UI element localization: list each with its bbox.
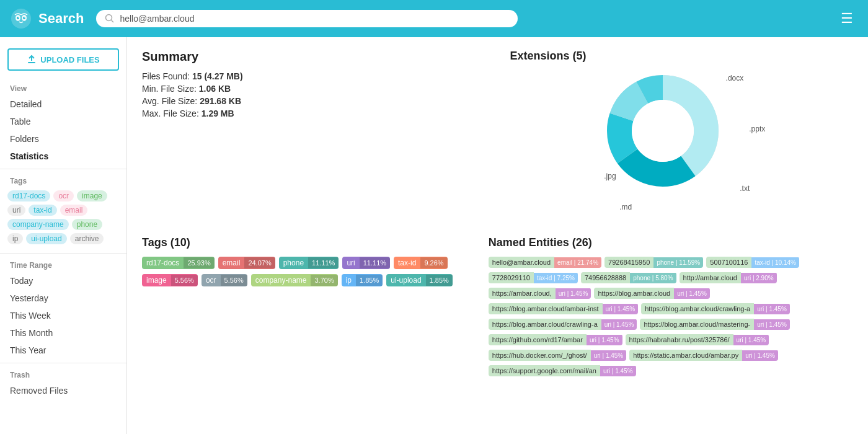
tag-item-company-name: company-name 3.70% [251,274,338,286]
tag-item-tax-id: tax-id 9.26% [394,257,448,269]
sidebar-tag-uri[interactable]: uri [7,205,25,216]
entity-type: uri | 1.45% [601,319,637,330]
tag-name: rd17-docs [142,257,184,269]
sidebar-item-this-month[interactable]: This Month [0,324,126,342]
tag-percent: 1.85% [356,275,383,286]
sidebar-tag-email[interactable]: email [60,205,88,216]
avg-size-value: 291.68 KB [200,96,241,106]
sidebar-tag-tax-id[interactable]: tax-id [29,205,56,216]
sidebar-item-table[interactable]: Table [0,113,126,130]
entity-item-14: https://habrahabr.ru/post/325786/ uri | … [626,334,769,345]
entity-item-1: hello@ambar.cloud email | 21.74% [489,257,601,268]
tag-item-uri: uri 11.11% [342,257,390,269]
tag-name: company-name [251,274,311,286]
donut-chart-container: .docx .pptx .txt .md .jpg [601,69,762,218]
ext-label-txt: .txt [740,184,750,193]
entity-name: https://blog.ambar.cloud/crawling-a [489,319,601,330]
entities-list: hello@ambar.cloud email | 21.74% 7926841… [489,257,853,378]
tags-list: rd17-docs 25.93% email 24.07% phone 11.1… [142,257,474,288]
entity-type: uri | 1.45% [556,288,591,299]
summary-title: Summary [142,50,485,64]
search-bar[interactable] [96,10,518,27]
content-area: Summary Files Found: 15 (4.27 MB) Min. F… [127,37,868,434]
files-found-value: 15 (4.27 MB) [192,71,243,81]
entity-item-12: https://blog.ambar.cloud/mastering- uri … [640,319,789,330]
sidebar-tag-archive[interactable]: archive [70,233,104,244]
entity-type: uri | 1.45% [603,304,639,314]
tag-name: ui-upload [386,274,425,286]
tag-name: email [218,257,245,269]
svg-point-0 [11,9,31,29]
app-logo: Search [10,7,84,30]
time-range-label: Time Range [0,257,126,272]
sidebar-item-this-week[interactable]: This Week [0,307,126,324]
sidebar-tag-company-name[interactable]: company-name [7,219,69,230]
sidebar-tag-ip[interactable]: ip [7,233,23,244]
entity-type: uri | 1.45% [591,350,627,361]
entity-name: 7728029110 [489,272,534,283]
entity-item-16: https://static.ambar.cloud/ambar.py uri … [629,350,778,361]
tag-name: ip [342,274,356,286]
tag-item-ip: ip 1.85% [342,274,383,286]
tag-percent: 11.11% [360,257,390,268]
min-size-prefix: Min. File Size: [142,84,197,94]
sidebar-item-folders[interactable]: Folders [0,130,126,148]
entity-name: 5007100116 [706,257,751,268]
tag-name: uri [342,257,359,269]
sidebar-item-statistics[interactable]: Statistics [0,148,126,165]
summary-avg-size: Avg. File Size: 291.68 KB [142,96,485,106]
entity-type: uri | 1.45% [742,350,778,361]
entity-name: https://blog.ambar.cloud/mastering- [640,319,754,330]
menu-icon[interactable]: ☰ [836,8,858,29]
sidebar-item-this-year[interactable]: This Year [0,342,126,359]
files-found-prefix: Files Found: [142,71,190,81]
tag-percent: 5.56% [221,275,247,286]
entity-name: 74956628888 [581,272,630,283]
tag-name: phone [279,257,308,269]
upload-icon [27,55,37,64]
tag-item-rd17-docs: rd17-docs 25.93% [142,257,215,269]
sidebar-item-yesterday[interactable]: Yesterday [0,290,126,307]
entity-name: https://github.com/rd17/ambar [489,334,587,345]
sidebar-item-removed-files[interactable]: Removed Files [0,382,126,399]
summary-min-size: Min. File Size: 1.06 KB [142,84,485,94]
extensions-title: Extensions (5) [510,50,854,63]
search-input[interactable] [120,14,509,24]
donut-chart-svg [601,69,725,193]
entity-type: tax-id | 7.25% [534,273,578,283]
entity-type: uri | 2.90% [741,273,777,283]
sidebar-tag-phone[interactable]: phone [72,219,102,230]
sidebar-tag-image[interactable]: image [77,190,107,202]
upload-files-button[interactable]: UPLOAD FILES [7,48,119,71]
svg-rect-9 [28,62,35,63]
entity-type: uri | 1.45% [754,304,790,314]
sidebar-tag-ui-upload[interactable]: ui-upload [26,233,66,244]
entity-type: tax-id | 10.14% [751,257,799,268]
entity-type: uri | 1.45% [600,366,636,376]
svg-point-6 [24,17,25,17]
extensions-section: Extensions (5) .docx .pptx .txt .md .jpg [510,50,854,218]
tags-section-title: Tags (10) [142,236,474,249]
entity-item-17: https://support.google.com/mail/an uri |… [489,365,636,376]
sidebar-tags-list: rd17-docs ocr image uri tax-id email com… [0,188,126,249]
tag-item-email: email 24.07% [218,257,275,269]
content-inner: Summary Files Found: 15 (4.27 MB) Min. F… [127,37,868,434]
sidebar-item-detailed[interactable]: Detailed [0,95,126,113]
entity-name: https://blog.ambar.cloud [594,288,674,299]
max-size-value: 1.29 MB [202,108,234,118]
entity-type: email | 21.74% [554,257,601,268]
ext-label-md: .md [619,203,632,211]
entities-title: Named Entities (26) [489,236,853,249]
svg-point-7 [106,15,112,21]
sidebar-tag-ocr[interactable]: ocr [53,190,74,202]
entity-name: hello@ambar.cloud [489,257,554,268]
tag-percent: 24.07% [244,257,275,268]
search-icon [105,14,115,24]
tag-percent: 1.85% [426,275,453,286]
sidebar-item-today[interactable]: Today [0,272,126,290]
sidebar-tag-rd17-docs[interactable]: rd17-docs [7,190,50,202]
entity-item-2: 79268415950 phone | 11.59% [604,257,703,268]
entities-section: Named Entities (26) hello@ambar.cloud em… [489,236,853,378]
tag-percent: 11.11% [308,257,339,268]
entity-name: https://habrahabr.ru/post/325786/ [626,334,733,345]
